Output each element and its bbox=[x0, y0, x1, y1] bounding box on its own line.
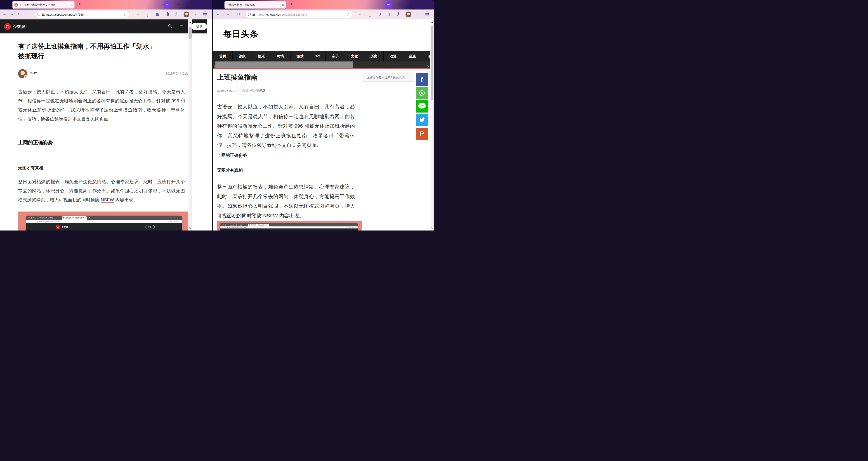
tab-close-icon[interactable]: × bbox=[282, 3, 284, 7]
titlebar[interactable]: 上班摸鱼指南 - 每日头条 × + ∞ – □ × bbox=[213, 0, 434, 9]
clipper-extension-icon[interactable] bbox=[396, 12, 401, 17]
url-bar[interactable]: https://sspai.com/post/47558 ☆ bbox=[35, 11, 129, 18]
collections-icon[interactable]: ☆ bbox=[135, 12, 141, 17]
menu-icon[interactable] bbox=[424, 12, 430, 17]
author-name[interactable]: SHY bbox=[30, 71, 37, 75]
url-bar[interactable]: https://kknews.cc/career/bpo8626.html ☆ bbox=[246, 11, 352, 18]
vertical-scrollbar[interactable] bbox=[188, 20, 192, 230]
subsection-heading: 无图才有真相 bbox=[217, 167, 243, 173]
browser-tab[interactable]: 上班摸鱼指南 - 每日头条 × bbox=[224, 1, 286, 8]
forward-icon[interactable]: → bbox=[225, 12, 231, 16]
menu-icon[interactable] bbox=[202, 12, 208, 17]
bookmark-star-icon[interactable]: ☆ bbox=[124, 12, 127, 17]
overflow-chevron-icon[interactable]: » bbox=[192, 12, 198, 17]
mask-extension-icon[interactable]: ∞ bbox=[163, 1, 170, 8]
meta-category-link[interactable]: 职场 bbox=[259, 89, 265, 92]
article: 上班摸鱼指南 2019-04-01 由 少数派 發表于职场 古语云：授人以鱼，不… bbox=[217, 20, 360, 230]
mini-tab-active: 闲得慌吗？手机内存很多吗？… bbox=[62, 216, 87, 220]
reload-icon[interactable]: ↻ bbox=[16, 12, 22, 16]
tab-close-icon[interactable]: × bbox=[71, 3, 72, 7]
nav-item-anime[interactable]: 动漫 bbox=[383, 51, 403, 61]
tracking-protection-shield-icon[interactable] bbox=[37, 13, 40, 16]
nav-item-fitness[interactable]: 健身 bbox=[422, 51, 430, 61]
mini-browser-tabbar: Umi 的文章 - 少数派 闲得慌吗？手机内存很多吗？… + bbox=[26, 216, 182, 220]
sspai-page: π 少数派 登录 有了这份上班摸鱼指南，不用再怕工作「划水」被抓现行 π SHY… bbox=[0, 20, 212, 230]
kknews-page: 每日头条 首页 健康 娱乐 时尚 游戏 3C 亲子 文化 历史 动漫 星座 健身… bbox=[213, 20, 434, 230]
minimize-button[interactable]: – bbox=[175, 2, 182, 6]
browser-tab[interactable]: π 有了这份上班摸鱼指南，不用再 × bbox=[12, 1, 74, 8]
nav-item-history[interactable]: 历史 bbox=[364, 51, 384, 61]
tracking-protection-shield-icon[interactable] bbox=[248, 13, 251, 16]
new-tab-button[interactable]: + bbox=[289, 2, 294, 7]
subsection-heading: 无图才有真相 bbox=[18, 165, 43, 171]
plurk-share-button[interactable]: P bbox=[416, 128, 428, 140]
minimize-button[interactable]: – bbox=[396, 2, 404, 6]
download-icon[interactable]: ↓ bbox=[367, 12, 373, 17]
back-icon[interactable]: ← bbox=[215, 12, 221, 16]
twitter-share-button[interactable] bbox=[416, 114, 428, 126]
bookmark-star-icon[interactable]: ☆ bbox=[347, 12, 350, 17]
sidebar-icon[interactable] bbox=[386, 12, 392, 17]
mini-url-bar: ← → ↻ 🔒 https://sspai.com/post/52583 ▣ ☆… bbox=[26, 220, 182, 223]
publish-date: 2019年04月01日 bbox=[166, 72, 189, 76]
meta-author-link[interactable]: 少数派 bbox=[239, 89, 248, 92]
facebook-share-button[interactable]: f bbox=[416, 73, 428, 86]
new-tab-button[interactable]: + bbox=[77, 2, 82, 7]
mini-minimize-light bbox=[31, 217, 32, 218]
scrollbar-thumb[interactable] bbox=[188, 27, 192, 39]
mini-login-button: 登录 bbox=[145, 225, 155, 229]
nsfw-link[interactable]: NSFW bbox=[101, 197, 114, 203]
lock-icon[interactable] bbox=[252, 13, 255, 16]
article: 有了这份上班摸鱼指南，不用再怕工作「划水」被抓现行 π SHY 2019年04月… bbox=[18, 20, 189, 230]
clipper-extension-icon[interactable] bbox=[174, 12, 180, 17]
scrollbar-thumb[interactable] bbox=[431, 26, 433, 100]
sidebar-icon[interactable] bbox=[164, 12, 170, 17]
forward-icon[interactable]: → bbox=[9, 12, 14, 16]
sspai-favicon: π bbox=[14, 3, 18, 6]
sspai-logo[interactable]: π bbox=[4, 23, 11, 30]
article-meta: 2019-04-01 由 少数派 發表于职场 bbox=[217, 89, 265, 93]
article-paragraph: 整日面对枯燥的报表，难免会产生倦怠情绪。心理专家建议，此时，应该打开几个常去的网… bbox=[18, 177, 185, 204]
section-heading: 上网的正确姿势 bbox=[18, 139, 53, 146]
reload-icon[interactable]: ↻ bbox=[236, 12, 241, 16]
back-icon[interactable]: ← bbox=[2, 12, 7, 16]
mini-tab: Umi 的文章 - 少数派 bbox=[37, 217, 60, 219]
mini-close-light bbox=[29, 217, 30, 218]
article-image: Umi 的文章 - 少数派 闲得慌吗？手机内存很多吗？… + ← → ↻ 🔒 h… bbox=[18, 212, 189, 230]
mini-url-bar: ← → ↻ 🔒 https://sspai.com/post/52583 ▣ ☆… bbox=[220, 226, 358, 228]
titlebar[interactable]: π 有了这份上班摸鱼指南，不用再 × + ∞ – □ × bbox=[0, 0, 212, 9]
plurk-icon: P bbox=[420, 130, 424, 137]
library-icon[interactable] bbox=[155, 12, 160, 17]
mini-sspai-header: π 少数派 登录 bbox=[26, 223, 182, 230]
maximize-button[interactable]: □ bbox=[188, 2, 195, 6]
whatsapp-icon bbox=[418, 89, 426, 97]
mini-sspai-logo: π bbox=[56, 225, 60, 229]
line-icon: LINE bbox=[418, 103, 426, 109]
mini-new-tab: + bbox=[89, 216, 90, 219]
overflow-chevron-icon[interactable]: » bbox=[414, 12, 420, 17]
lock-icon[interactable] bbox=[42, 13, 44, 16]
url-text[interactable]: https://kknews.cc/career/bpo8626.html bbox=[257, 13, 346, 16]
section-heading: 上网的正确姿势 bbox=[217, 153, 247, 158]
maximize-button[interactable]: □ bbox=[409, 2, 417, 6]
vertical-scrollbar[interactable] bbox=[430, 20, 434, 230]
facebook-icon: f bbox=[421, 76, 423, 83]
login-button[interactable]: 登录 bbox=[191, 23, 207, 30]
download-icon[interactable]: ↓ bbox=[145, 12, 151, 17]
url-text[interactable]: https://sspai.com/post/47558 bbox=[46, 13, 122, 16]
mask-extension-icon[interactable]: ∞ bbox=[385, 1, 392, 8]
profile-avatar[interactable] bbox=[184, 11, 189, 18]
mini-tab-active: 闲得慌吗？手机内存很多吗？… bbox=[248, 224, 269, 226]
close-button[interactable]: × bbox=[423, 2, 430, 6]
search-input[interactable] bbox=[363, 73, 414, 82]
whatsapp-share-button[interactable] bbox=[416, 87, 428, 99]
mini-tab: Umi 的文章 - 少数派 bbox=[228, 224, 247, 226]
article-intro: 古语云：授人以鱼，不如授人以渔。又有言曰，凡有劳者，必好摸焉。今天是愚人节，相信… bbox=[18, 87, 185, 123]
navigation-toolbar: ← → ↻ https://sspai.com/post/47558 ☆ ☆ ↓… bbox=[0, 9, 212, 20]
collections-icon[interactable]: ☆ bbox=[357, 12, 363, 17]
nav-item-horoscope[interactable]: 星座 bbox=[403, 51, 423, 61]
close-button[interactable]: × bbox=[201, 2, 209, 6]
library-icon[interactable] bbox=[376, 12, 382, 17]
profile-avatar[interactable] bbox=[405, 11, 411, 18]
line-share-button[interactable]: LINE bbox=[416, 100, 428, 113]
